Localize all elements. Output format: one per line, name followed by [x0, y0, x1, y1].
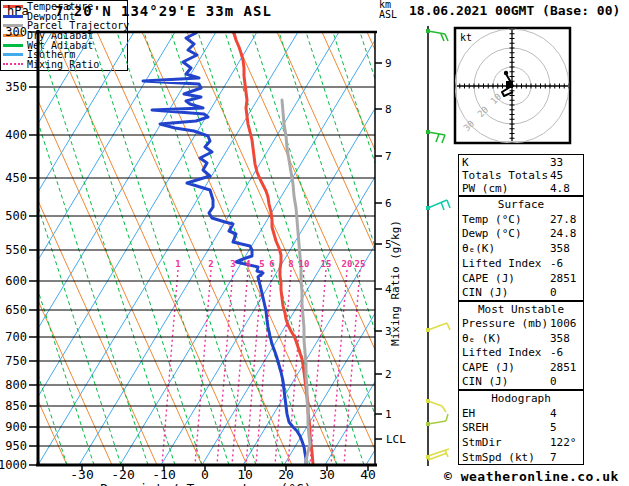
km-tick-label: 2 — [385, 368, 392, 381]
mixing-ratio-line — [162, 270, 178, 465]
table-row: StmDir 122° — [462, 436, 580, 451]
table-row: StmSpd (kt) 7 — [462, 451, 580, 466]
hodograph-table-title: Hodograph — [462, 392, 580, 407]
hodograph-stats-table: Hodograph EH 4 SREH 5 StmDir 122° StmSpd… — [458, 390, 584, 465]
dry-adiabat-line — [7, 32, 202, 465]
wind-barb-dot — [426, 455, 430, 459]
table-row: EH 4 — [462, 407, 580, 422]
wind-barb-dot — [426, 130, 430, 134]
wind-barb-dot — [426, 29, 430, 33]
temperature-tick-label: -30 — [70, 467, 93, 482]
mixing-ratio-label: 1 — [175, 259, 180, 269]
surface-table-title: Surface — [462, 198, 580, 213]
table-row: CAPE (J) 2851 — [462, 272, 580, 287]
mixing-ratio-label: 3 — [230, 259, 235, 269]
row-value: 0 — [550, 286, 557, 301]
temperature-axis-title: Dewpoint / Temperature (°C) — [100, 481, 311, 486]
hodograph-origin-marker — [506, 81, 513, 88]
table-row: SREH 5 — [462, 421, 580, 436]
row-value: 5 — [550, 421, 557, 436]
wind-barb-stroke — [442, 406, 446, 412]
pressure-tick-label: 850 — [5, 399, 27, 413]
km-tick-label: 7 — [385, 150, 392, 163]
wind-barb-stroke — [428, 132, 445, 135]
row-label: Lifted Index — [462, 346, 541, 359]
wind-barb-dot — [426, 399, 430, 403]
wind-barb-stroke — [428, 200, 447, 208]
mixing-ratio-label: 6 — [269, 259, 274, 269]
temperature-tick-label: 10 — [237, 467, 253, 482]
table-row: Pressure (mb) 1006 — [462, 317, 580, 331]
wind-barb-dot — [426, 206, 430, 210]
wind-barb-dot — [426, 422, 430, 426]
mixing-ratio-label: 8 — [288, 259, 293, 269]
table-row: Dewp (°C) 24.8 — [462, 227, 580, 242]
wet-adiabat-line — [252, 32, 391, 465]
lcl-label: LCL — [386, 433, 406, 446]
isotherm-line — [0, 32, 216, 465]
station-title: 7°20'N 134°29'E 33m ASL — [55, 3, 272, 19]
mixing-ratio-label: 20 — [342, 259, 353, 269]
pressure-tick-label: 800 — [5, 378, 27, 392]
mixing-ratio-label: 15 — [321, 259, 332, 269]
km-tick-label: 6 — [385, 197, 392, 210]
wind-barb-dot — [426, 328, 430, 332]
pressure-tick-label: 500 — [5, 209, 27, 223]
asl-label: ASL — [379, 10, 397, 20]
mixing-ratio-line — [331, 270, 347, 465]
wind-barb — [426, 130, 445, 143]
row-label: StmSpd (kt) — [462, 451, 535, 464]
temperature-tick-label: 40 — [360, 467, 376, 482]
row-label: CAPE (J) — [462, 361, 515, 374]
wind-barb — [426, 29, 448, 41]
hodograph: 102030kt — [455, 28, 570, 143]
row-value: 0 — [550, 375, 557, 389]
row-label: CAPE (J) — [462, 272, 515, 285]
row-label: Temp (°C) — [462, 213, 522, 226]
wind-barb-stroke — [447, 323, 450, 330]
wet-adiabat-line — [63, 32, 202, 465]
row-value: 27.8 — [550, 213, 577, 228]
wind-barb-stroke — [441, 34, 444, 41]
table-row: CIN (J) 0 — [462, 375, 580, 389]
table-row: θₑ(K) 358 — [462, 242, 580, 257]
wind-barb-stroke — [428, 31, 445, 34]
pressure-unit-label: hPa — [7, 4, 29, 18]
wind-barb-stroke — [445, 34, 448, 41]
credit-watermark: © weatheronline.co.uk — [444, 469, 619, 484]
dewpoint-trace — [143, 27, 306, 464]
mixing-ratio-axis-title: Mixing Ratio (g/kg) — [389, 220, 402, 346]
row-value: 4 — [550, 407, 557, 422]
wind-barb-stroke — [447, 200, 450, 208]
wind-barb — [426, 200, 450, 210]
pressure-tick-label: 550 — [5, 243, 27, 257]
pressure-tick-label: 650 — [5, 303, 27, 317]
row-value: 2851 — [550, 361, 577, 375]
row-value: 7 — [550, 451, 557, 466]
pressure-tick-label: 950 — [5, 439, 27, 453]
wind-barb-stroke — [441, 202, 444, 210]
row-value: 24.8 — [550, 227, 577, 242]
row-value: -6 — [550, 257, 563, 272]
wind-barb — [426, 414, 448, 426]
row-value: 358 — [550, 242, 570, 257]
wind-barb-stroke — [428, 421, 446, 424]
mixing-ratio-label: 2 — [208, 259, 213, 269]
mixing-ratio-line — [232, 270, 248, 465]
row-label: θₑ (K) — [462, 332, 502, 345]
row-label: EH — [462, 407, 475, 420]
pressure-tick-label: 1000 — [0, 458, 27, 472]
wind-barb-stroke — [442, 135, 445, 143]
row-value: 2851 — [550, 272, 577, 287]
wind-barb-stroke — [446, 414, 448, 421]
km-tick-label: 1 — [385, 408, 392, 421]
temperature-tick-label: 0 — [201, 467, 209, 482]
surface-table: Surface Temp (°C) 27.8 Dewp (°C) 24.8 θₑ… — [458, 196, 584, 301]
wet-adiabat-line — [117, 32, 256, 465]
mixing-ratio-label: 5 — [259, 259, 264, 269]
altitude-unit-label: km ASL — [379, 0, 397, 20]
table-row: CIN (J) 0 — [462, 286, 580, 301]
table-row: CAPE (J) 2851 — [462, 361, 580, 375]
pressure-gridlines — [38, 32, 375, 465]
mixing-ratio-label: 4 — [245, 259, 251, 269]
